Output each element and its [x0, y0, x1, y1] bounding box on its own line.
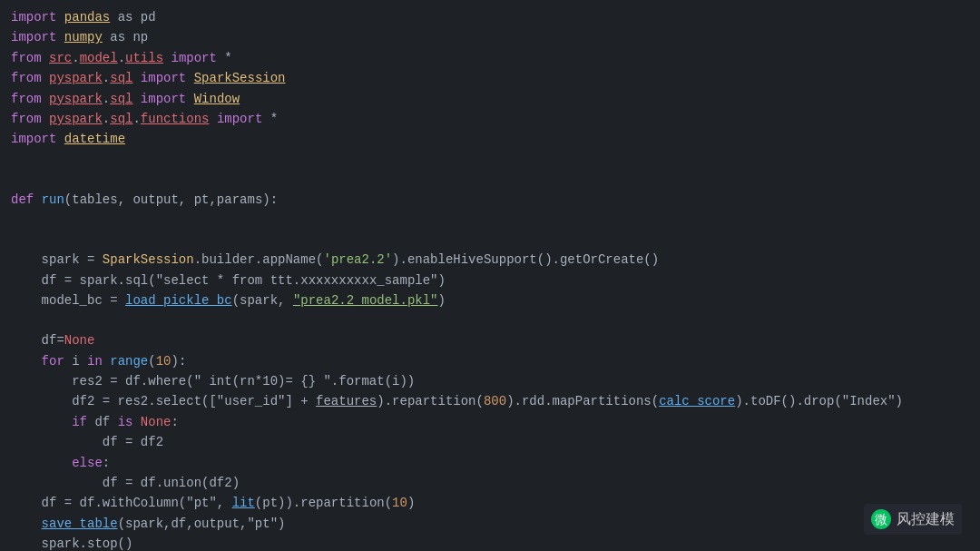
- code-token: SparkSession: [103, 250, 194, 270]
- watermark: 微 风控建模: [864, 504, 962, 535]
- code-token: [103, 351, 110, 371]
- code-token: for: [42, 351, 64, 371]
- code-token: [34, 190, 41, 210]
- code-token: SparkSession: [194, 68, 286, 88]
- watermark-icon: 微: [871, 509, 891, 529]
- code-token: spark.stop(): [11, 534, 132, 551]
- code-token: [42, 89, 49, 109]
- code-token: [163, 48, 171, 68]
- code-token: pyspark: [49, 68, 103, 88]
- code-token: pyspark: [49, 109, 103, 129]
- code-token: range: [110, 351, 148, 371]
- code-content: import pandas as pdimport numpy as npfro…: [11, 7, 980, 551]
- code-token: is: [118, 412, 133, 432]
- code-token: *: [217, 48, 232, 68]
- code-editor: import pandas as pdimport numpy as npfro…: [0, 0, 980, 551]
- code-line: [11, 230, 980, 250]
- code-token: xxxxxxxxxx: [300, 271, 377, 290]
- code-token: sql: [110, 109, 132, 129]
- code-line: else:: [11, 453, 980, 473]
- code-token: features: [316, 391, 377, 411]
- code-token: pandas: [64, 7, 110, 27]
- code-token: [209, 109, 216, 129]
- code-token: [56, 7, 64, 27]
- code-token: import: [217, 109, 262, 129]
- code-token: .: [103, 109, 110, 129]
- code-token: *: [262, 109, 278, 129]
- code-line: df=None: [11, 330, 980, 350]
- code-token: import: [141, 89, 186, 109]
- code-token: .: [103, 68, 110, 88]
- code-line: [11, 310, 980, 330]
- code-token: 10: [392, 493, 407, 513]
- code-token: from: [11, 89, 42, 109]
- code-token: 800: [484, 391, 506, 411]
- code-token: ).enableHiveSupport().getOrCreate(): [392, 250, 659, 270]
- code-token: [186, 68, 193, 88]
- code-line: res2 = df.where(" int(rn*10)= {} ".forma…: [11, 371, 980, 391]
- code-token: as np: [103, 27, 148, 47]
- code-line: model_bc = load_pickle_bc(spark, "prea2.…: [11, 290, 980, 310]
- code-token: .: [103, 89, 110, 109]
- code-token: [56, 27, 64, 47]
- code-token: [56, 129, 64, 149]
- code-token: import: [11, 27, 56, 47]
- code-token: i: [64, 351, 87, 371]
- code-token: ): [407, 493, 415, 513]
- code-token: [11, 453, 72, 473]
- code-token: (pt)).repartition(: [255, 493, 392, 513]
- code-token: from: [11, 109, 42, 129]
- code-token: [132, 89, 140, 109]
- code-token: pyspark: [49, 89, 103, 109]
- code-token: import: [11, 129, 56, 149]
- code-token: functions: [141, 109, 210, 129]
- code-line: df2 = res2.select(["user_id"] + features…: [11, 391, 980, 411]
- code-token: .: [72, 48, 79, 68]
- code-token: run: [42, 190, 64, 210]
- code-token: utils: [125, 48, 163, 68]
- code-token: load_pickle_bc: [125, 290, 232, 310]
- code-line: from pyspark.sql import Window: [11, 89, 980, 109]
- code-line: [11, 210, 980, 230]
- code-token: None: [141, 412, 172, 432]
- code-token: [132, 68, 140, 88]
- code-token: [42, 68, 49, 88]
- code-token: import: [171, 48, 216, 68]
- code-token: .builder.appName(: [194, 250, 324, 270]
- code-token: import: [141, 68, 186, 88]
- code-token: df = df.withColumn("pt",: [11, 493, 232, 513]
- code-line: import pandas as pd: [11, 7, 980, 27]
- code-line: from src.model.utils import *: [11, 48, 980, 68]
- code-token: 10: [156, 351, 172, 371]
- code-line: def run(tables, output, pt,params):: [11, 190, 980, 210]
- code-line: df = df.union(df2): [11, 473, 980, 493]
- code-line: from pyspark.sql import SparkSession: [11, 68, 980, 88]
- code-token: df2 = res2.select(["user_id"] +: [11, 391, 316, 411]
- code-token: 'prea2.2': [323, 250, 392, 270]
- code-line: if df is None:: [11, 412, 980, 432]
- code-token: (spark,: [232, 290, 293, 310]
- code-line: df = spark.sql("select * from ttt.xxxxxx…: [11, 271, 980, 290]
- code-line: for i in range(10):: [11, 351, 980, 371]
- code-token: spark =: [11, 250, 103, 270]
- code-token: from: [11, 68, 42, 88]
- code-token: in: [87, 351, 103, 371]
- code-token: .: [132, 109, 140, 129]
- code-token: [186, 89, 193, 109]
- code-token: calc_score: [659, 391, 735, 411]
- code-token: [11, 412, 72, 432]
- code-token: [11, 514, 42, 534]
- code-token: ).toDF().drop("Index"): [735, 391, 903, 411]
- code-token: "prea2.2_model.pkl": [293, 290, 438, 310]
- code-line: save_table(spark,df,output,"pt"): [11, 514, 980, 534]
- code-token: save_table: [42, 514, 118, 534]
- code-token: :: [171, 412, 178, 432]
- code-line: import datetime: [11, 129, 980, 149]
- code-token: def: [11, 190, 34, 210]
- code-line: spark = SparkSession.builder.appName('pr…: [11, 250, 980, 270]
- watermark-text: 风控建模: [897, 507, 955, 531]
- code-token: res2 = df.where(" int(rn*10)= {} ".forma…: [11, 371, 415, 391]
- code-line: [11, 150, 980, 170]
- code-token: .: [118, 48, 125, 68]
- code-token: [132, 412, 140, 432]
